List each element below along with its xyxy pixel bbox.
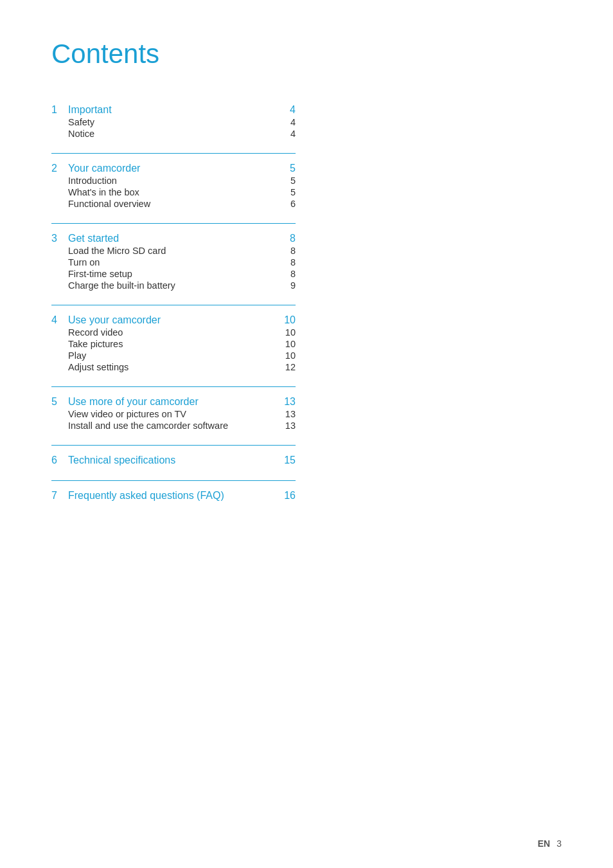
section-number-2: 2 — [51, 163, 68, 174]
section-title-1: Important — [68, 104, 280, 116]
subsection-page-2-1: 5 — [280, 176, 296, 186]
toc-section-header-5: 5Use more of your camcorder13 — [51, 396, 296, 408]
section-title-7: Frequently asked questions (FAQ) — [68, 490, 280, 502]
section-number-6: 6 — [51, 455, 68, 466]
page-number: 3 — [556, 838, 562, 849]
toc-section-header-7: 7Frequently asked questions (FAQ)16 — [51, 490, 296, 502]
toc-subsection-1-1: Safety4 — [51, 117, 296, 127]
toc-subsection-4-1: Record video10 — [51, 327, 296, 338]
toc-subsection-5-2: Install and use the camcorder software13 — [51, 420, 296, 431]
section-page-4: 10 — [280, 314, 296, 326]
subsection-title-3-3: First-time setup — [68, 269, 280, 279]
subsection-page-4-1: 10 — [280, 327, 296, 338]
subsection-page-2-3: 6 — [280, 199, 296, 209]
subsection-title-2-3: Functional overview — [68, 199, 280, 209]
section-number-7: 7 — [51, 490, 68, 502]
subsection-title-3-2: Turn on — [68, 257, 280, 267]
toc-section-header-3: 3Get started8 — [51, 233, 296, 244]
subsection-title-3-1: Load the Micro SD card — [68, 246, 280, 256]
subsection-page-1-1: 4 — [280, 117, 296, 127]
section-title-5: Use more of your camcorder — [68, 396, 280, 408]
subsection-title-5-2: Install and use the camcorder software — [68, 420, 280, 431]
section-title-4: Use your camcorder — [68, 314, 280, 326]
section-number-5: 5 — [51, 396, 68, 408]
section-page-3: 8 — [280, 233, 296, 244]
subsection-page-4-3: 10 — [280, 350, 296, 361]
toc-section-1: 1Important4Safety4Notice4 — [51, 95, 296, 139]
subsection-page-3-1: 8 — [280, 246, 296, 256]
toc-section-6: 6Technical specifications15 — [51, 445, 296, 466]
toc-subsection-2-2: What's in the box5 — [51, 187, 296, 197]
toc-section-header-1: 1Important4 — [51, 104, 296, 116]
section-number-3: 3 — [51, 233, 68, 244]
subsection-page-3-3: 8 — [280, 269, 296, 279]
subsection-page-4-2: 10 — [280, 339, 296, 349]
page: Contents 1Important4Safety4Notice42Your … — [0, 0, 613, 868]
toc-section-3: 3Get started8Load the Micro SD card8Turn… — [51, 223, 296, 291]
toc-section-header-4: 4Use your camcorder10 — [51, 314, 296, 326]
subsection-page-2-2: 5 — [280, 187, 296, 197]
subsection-title-2-1: Introduction — [68, 176, 280, 186]
subsection-page-3-2: 8 — [280, 257, 296, 267]
subsection-title-3-4: Charge the built-in battery — [68, 280, 280, 291]
subsection-title-1-2: Notice — [68, 129, 280, 139]
toc-section-2: 2Your camcorder5Introduction5What's in t… — [51, 153, 296, 209]
subsection-page-5-2: 13 — [280, 420, 296, 431]
section-page-2: 5 — [280, 163, 296, 174]
toc-subsection-5-1: View video or pictures on TV13 — [51, 409, 296, 419]
subsection-page-1-2: 4 — [280, 129, 296, 139]
section-page-1: 4 — [280, 104, 296, 116]
toc-section-7: 7Frequently asked questions (FAQ)16 — [51, 480, 296, 502]
toc-subsection-4-3: Play10 — [51, 350, 296, 361]
page-footer: EN 3 — [538, 838, 562, 849]
section-title-6: Technical specifications — [68, 455, 280, 466]
section-page-5: 13 — [280, 396, 296, 408]
toc-section-header-2: 2Your camcorder5 — [51, 163, 296, 174]
section-page-6: 15 — [280, 455, 296, 466]
subsection-title-4-4: Adjust settings — [68, 362, 280, 372]
toc-section-4: 4Use your camcorder10Record video10Take … — [51, 305, 296, 372]
toc-section-5: 5Use more of your camcorder13View video … — [51, 386, 296, 431]
section-number-1: 1 — [51, 104, 68, 116]
toc-subsection-3-4: Charge the built-in battery9 — [51, 280, 296, 291]
section-number-4: 4 — [51, 314, 68, 326]
toc-subsection-1-2: Notice4 — [51, 129, 296, 139]
subsection-title-4-3: Play — [68, 350, 280, 361]
page-title: Contents — [51, 39, 562, 69]
toc-subsection-2-3: Functional overview6 — [51, 199, 296, 209]
section-page-7: 16 — [280, 490, 296, 502]
section-title-2: Your camcorder — [68, 163, 280, 174]
subsection-page-5-1: 13 — [280, 409, 296, 419]
language-label: EN — [538, 838, 550, 849]
subsection-title-1-1: Safety — [68, 117, 280, 127]
toc-subsection-4-4: Adjust settings12 — [51, 362, 296, 372]
toc-subsection-2-1: Introduction5 — [51, 176, 296, 186]
toc-subsection-3-2: Turn on8 — [51, 257, 296, 267]
subsection-title-4-2: Take pictures — [68, 339, 280, 349]
subsection-title-5-1: View video or pictures on TV — [68, 409, 280, 419]
toc-subsection-4-2: Take pictures10 — [51, 339, 296, 349]
section-title-3: Get started — [68, 233, 280, 244]
subsection-title-4-1: Record video — [68, 327, 280, 338]
toc-section-header-6: 6Technical specifications15 — [51, 455, 296, 466]
toc-subsection-3-3: First-time setup8 — [51, 269, 296, 279]
subsection-title-2-2: What's in the box — [68, 187, 280, 197]
table-of-contents: 1Important4Safety4Notice42Your camcorder… — [51, 95, 562, 502]
subsection-page-3-4: 9 — [280, 280, 296, 291]
toc-subsection-3-1: Load the Micro SD card8 — [51, 246, 296, 256]
subsection-page-4-4: 12 — [280, 362, 296, 372]
